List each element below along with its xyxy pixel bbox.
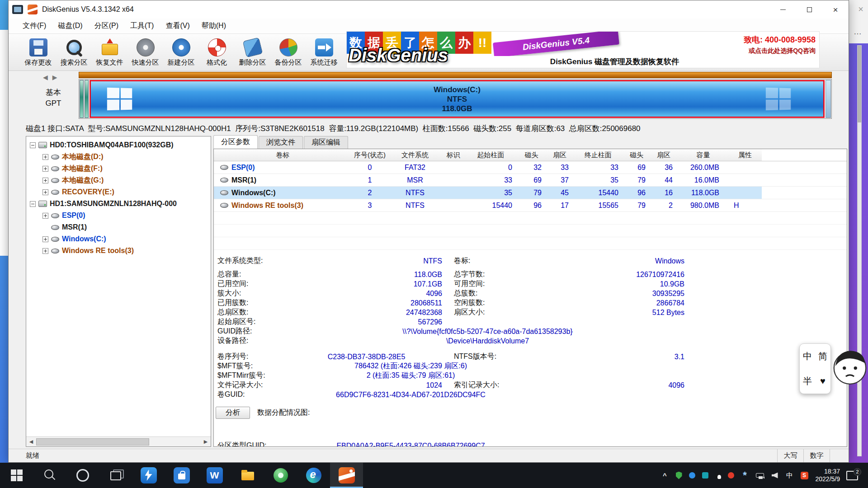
close-button[interactable]: × xyxy=(822,0,849,19)
toolbar-button[interactable]: 保存更改 xyxy=(20,35,56,70)
maximize-button[interactable] xyxy=(796,0,822,19)
bolt-taskbar-button[interactable] xyxy=(132,463,165,488)
background-scrollbar[interactable] xyxy=(857,45,862,456)
background-close-icon[interactable]: × xyxy=(858,5,863,14)
tree-expander[interactable] xyxy=(42,236,48,242)
scroll-right-icon[interactable]: ▶ xyxy=(201,439,211,445)
tree-expander[interactable] xyxy=(42,178,48,183)
background-scrollbar-thumb[interactable] xyxy=(858,46,861,122)
toolbar-button[interactable]: 恢复文件 xyxy=(92,35,127,70)
tree-expander[interactable] xyxy=(42,154,48,160)
partition-row[interactable]: Windows RE tools(3) 3 NTFS 15440 96 17 1… xyxy=(214,199,847,212)
dot-blue-tray-icon[interactable] xyxy=(689,472,695,479)
partition-row[interactable]: Windows(C:) 2 NTFS 35 79 45 15440 96 16 … xyxy=(214,187,847,199)
explorer-taskbar-button[interactable] xyxy=(231,463,264,488)
action-center-icon[interactable]: 2 xyxy=(846,471,858,480)
tab[interactable]: 分区参数 xyxy=(213,135,258,149)
start-taskbar-button[interactable] xyxy=(0,463,33,488)
partition-row[interactable]: ESP(0) 0 FAT32 0 32 33 33 69 36 260.0MB xyxy=(214,161,847,174)
tree-item[interactable]: 本地磁盘(G:) xyxy=(26,174,211,186)
scrollbar-thumb[interactable] xyxy=(36,438,149,446)
column-header[interactable]: 终止柱面 xyxy=(573,151,623,160)
toolbar-button[interactable]: 系统迁移 xyxy=(306,35,342,70)
column-header[interactable]: 扇区 xyxy=(650,151,677,160)
tree-item[interactable]: 本地磁盘(F:) xyxy=(26,163,211,174)
column-header[interactable]: 属性 xyxy=(729,151,761,160)
toolbar-button[interactable]: 新建分区 xyxy=(163,35,199,70)
tree-expander[interactable] xyxy=(42,213,48,219)
column-header[interactable]: 序号(状态) xyxy=(352,151,388,160)
tree-expander[interactable] xyxy=(42,189,48,195)
tree-item[interactable]: HD1:SAMSUNGMZNLN128HAHQ-000 xyxy=(26,198,211,210)
column-header[interactable]: 容量 xyxy=(677,151,729,160)
ime-mode-toggle[interactable]: 中 xyxy=(803,350,812,362)
battery-tray-icon[interactable] xyxy=(756,473,764,478)
store-taskbar-button[interactable] xyxy=(165,463,198,488)
flake-tray-icon[interactable]: * xyxy=(741,471,749,479)
toolbar-button[interactable]: 删除分区 xyxy=(235,35,270,70)
penguin-tray-icon[interactable] xyxy=(715,472,721,479)
word-taskbar-button[interactable] xyxy=(198,463,231,488)
scroll-left-icon[interactable]: ◀ xyxy=(26,439,36,445)
cortana-taskbar-button[interactable] xyxy=(66,463,99,488)
taskview-taskbar-button[interactable] xyxy=(99,463,132,488)
banner-qq-link[interactable]: 或点击此处选择QQ咨询 xyxy=(744,47,816,55)
partition-row[interactable]: MSR(1) 1 MSR 33 69 37 35 79 44 16.0MB xyxy=(214,174,847,187)
analyze-button[interactable]: 分析 xyxy=(216,407,250,419)
menu-item[interactable]: 磁盘(D) xyxy=(52,19,88,33)
tree-expander[interactable] xyxy=(30,201,36,207)
speaker-tray-icon[interactable] xyxy=(771,471,779,479)
tree-item[interactable]: HD0:TOSHIBAMQ04ABF100(932GB) xyxy=(26,139,211,151)
tree-horizontal-scrollbar[interactable]: ◀ ▶ xyxy=(26,436,211,446)
menu-item[interactable]: 查看(V) xyxy=(160,19,195,33)
msr-partition-block[interactable] xyxy=(85,80,89,118)
tree-expander[interactable] xyxy=(30,142,36,148)
sogou-tray-icon[interactable]: S xyxy=(801,472,808,479)
menu-item[interactable]: 帮助(H) xyxy=(196,19,232,33)
next-disk-button[interactable]: ▶ xyxy=(52,74,57,81)
minimize-button[interactable] xyxy=(770,0,796,19)
chevron-tray-icon[interactable]: ^ xyxy=(661,471,669,479)
toolbar-button[interactable]: 快速分区 xyxy=(127,35,163,70)
menu-item[interactable]: 文件(F) xyxy=(17,19,52,33)
tree-item[interactable]: Windows RE tools(3) xyxy=(26,245,211,257)
column-header[interactable]: 磁头 xyxy=(623,151,650,160)
taskbar-clock[interactable]: 18:37 2022/5/9 xyxy=(816,468,840,483)
column-header[interactable]: 起始柱面 xyxy=(465,151,517,160)
ime-mode-toggle[interactable]: 半 xyxy=(803,375,812,387)
windows-partition-block[interactable]: Windows(C:) NTFS 118.0GB xyxy=(90,80,825,118)
menu-item[interactable]: 分区(P) xyxy=(89,19,124,33)
background-menu-icon[interactable]: … xyxy=(854,27,862,37)
tree-item[interactable]: RECOVERY(E:) xyxy=(26,186,211,198)
edge-taskbar-button[interactable] xyxy=(297,463,330,488)
dot-red-tray-icon[interactable] xyxy=(728,472,734,479)
esp-partition-block[interactable] xyxy=(80,80,84,118)
prev-disk-button[interactable]: ◀ xyxy=(43,74,48,81)
column-header[interactable]: 标识 xyxy=(442,151,465,160)
tab[interactable]: 扇区编辑 xyxy=(304,136,348,149)
menu-item[interactable]: 工具(T) xyxy=(124,19,160,33)
tab[interactable]: 浏览文件 xyxy=(259,136,303,149)
titlebar[interactable]: DiskGenius V5.4.3.1342 x64 × xyxy=(9,0,849,19)
toolbar-button[interactable]: 格式化 xyxy=(199,35,235,70)
ime-statusbar-widget[interactable]: 中简半♥ xyxy=(799,343,831,394)
column-header[interactable]: 卷标 xyxy=(214,151,352,160)
search-taskbar-button[interactable] xyxy=(33,463,66,488)
ime-mode-toggle[interactable]: 简 xyxy=(818,350,827,362)
ad-banner[interactable]: 数据丢了怎么办!! DiskGenius DiskGenius V5.4 致电:… xyxy=(346,31,820,68)
column-header[interactable]: 磁头 xyxy=(517,151,546,160)
ime-mode-toggle[interactable]: ♥ xyxy=(820,376,826,386)
tree-item[interactable]: Windows(C:) xyxy=(26,233,211,245)
tree-item[interactable]: 本地磁盘(D:) xyxy=(26,151,211,163)
tree-item[interactable]: ESP(0) xyxy=(26,210,211,221)
column-header[interactable]: 扇区 xyxy=(546,151,573,160)
tree-item[interactable]: MSR(1) xyxy=(26,221,211,233)
column-header[interactable]: 文件系统 xyxy=(388,151,442,160)
toolbar-button[interactable]: 搜索分区 xyxy=(56,35,92,70)
shield-tray-icon[interactable] xyxy=(676,472,682,479)
recovery-partition-block[interactable] xyxy=(826,80,831,118)
tree-expander[interactable] xyxy=(42,166,48,172)
toolbar-button[interactable]: 备份分区 xyxy=(270,35,306,70)
ime-tray-icon[interactable]: 中 xyxy=(786,471,794,479)
browser-taskbar-button[interactable] xyxy=(264,463,297,488)
